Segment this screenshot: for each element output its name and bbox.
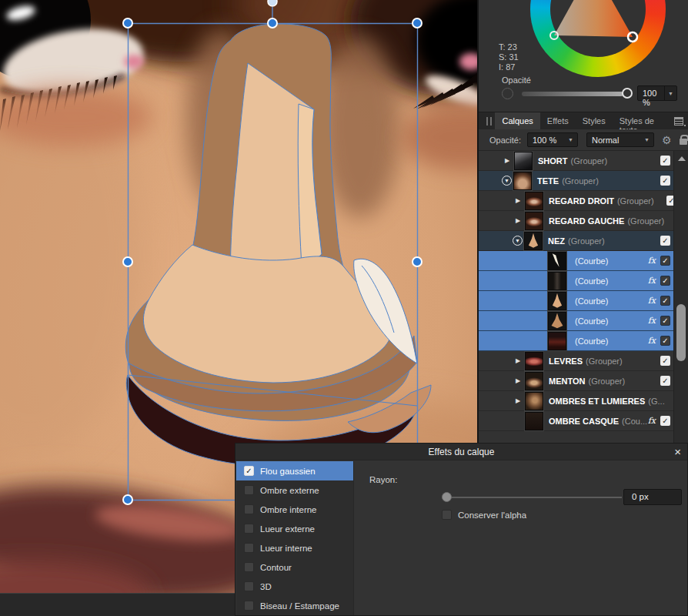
layer-visibility-checkbox[interactable]: ✓: [660, 256, 670, 266]
layer-visibility-checkbox[interactable]: ✓: [660, 296, 670, 306]
expand-arrow-icon[interactable]: ▶: [513, 397, 523, 404]
layer-visibility-checkbox[interactable]: ✓: [660, 236, 670, 246]
panel-menu-icon[interactable]: [674, 117, 683, 126]
layer-row[interactable]: ▶ REGARD DROIT (Grouper) fx ✓: [479, 191, 675, 211]
tab-calques[interactable]: Calques: [495, 112, 539, 129]
effect-checkbox[interactable]: [244, 581, 254, 591]
layer-visibility-checkbox[interactable]: ✓: [660, 276, 670, 286]
fx-badge[interactable]: fx: [648, 336, 656, 346]
effect-row[interactable]: Lueur externe: [236, 519, 353, 538]
layer-type-label: (Grouper): [562, 176, 599, 186]
layer-visibility-checkbox[interactable]: ✓: [660, 316, 670, 326]
close-icon[interactable]: ×: [674, 445, 681, 458]
expand-arrow-icon[interactable]: ▶: [513, 357, 523, 364]
color-opacity-value[interactable]: 100 % ▼: [637, 85, 677, 101]
effect-checkbox[interactable]: [244, 504, 254, 514]
fx-badge[interactable]: fx: [648, 296, 656, 306]
effect-row[interactable]: ✓ Flou gaussien: [236, 461, 353, 480]
layer-visibility-checkbox[interactable]: ✓: [660, 156, 670, 166]
expand-arrow-icon[interactable]: ▼: [502, 176, 512, 186]
layer-visibility-checkbox[interactable]: ✓: [660, 336, 670, 346]
layer-row[interactable]: ▶ OMBRES ET LUMIERES (G... fx ✓: [479, 391, 675, 411]
radius-slider-handle[interactable]: [442, 492, 452, 502]
blend-mode-dropdown[interactable]: Normal ▼: [586, 132, 654, 147]
radius-value-field[interactable]: 0 px: [623, 489, 682, 505]
layer-row[interactable]: ▶ REGARD GAUCHE (Grouper) fx ✓: [479, 211, 675, 231]
effect-row[interactable]: Biseau / Estampage: [236, 596, 353, 615]
handle-bottom-left[interactable]: [123, 495, 132, 504]
effect-row[interactable]: Contour: [236, 557, 353, 577]
effect-checkbox[interactable]: [244, 601, 254, 611]
layer-opacity-dropdown[interactable]: 100 % ▼: [527, 132, 578, 147]
effect-checkbox[interactable]: [244, 562, 254, 572]
expand-arrow-icon[interactable]: ▶: [513, 217, 523, 224]
preserve-alpha-checkbox[interactable]: [442, 510, 452, 520]
panel-grip-icon[interactable]: [486, 117, 492, 126]
layer-row[interactable]: ▼ TETE (Grouper) fx ✓: [479, 171, 675, 191]
layer-thumbnail[interactable]: [525, 412, 543, 430]
layer-thumbnail[interactable]: [525, 372, 543, 390]
layer-thumbnail[interactable]: [525, 392, 543, 410]
handle-mid-left[interactable]: [123, 257, 132, 266]
color-swatch[interactable]: [502, 88, 513, 99]
layer-thumbnail[interactable]: [548, 252, 566, 270]
layer-thumbnail[interactable]: [524, 232, 543, 250]
layer-row[interactable]: OMBRE CASQUE (Cou... fx ✓: [479, 411, 675, 431]
tab-styles-de-texte[interactable]: Styles de texte: [613, 112, 675, 129]
chevron-down-icon[interactable]: ▼: [664, 86, 676, 100]
layer-thumbnail[interactable]: [525, 192, 543, 210]
layer-visibility-checkbox[interactable]: ✓: [660, 416, 670, 426]
layer-visibility-checkbox[interactable]: ✓: [660, 376, 670, 386]
effect-row[interactable]: 3D: [236, 577, 353, 596]
layer-thumbnail[interactable]: [548, 292, 566, 310]
fx-badge[interactable]: fx: [648, 276, 656, 286]
fx-badge[interactable]: fx: [648, 416, 656, 426]
layer-thumbnail[interactable]: [525, 352, 543, 370]
effect-checkbox[interactable]: [244, 485, 254, 495]
handle-mid-right[interactable]: [412, 257, 422, 266]
layer-row[interactable]: ▶ MENTON (Grouper) fx ✓: [479, 371, 675, 391]
layer-thumbnail[interactable]: [548, 312, 566, 330]
layer-visibility-checkbox[interactable]: ✓: [660, 356, 670, 366]
effect-row[interactable]: Lueur interne: [236, 538, 353, 557]
layer-thumbnail[interactable]: [548, 272, 566, 290]
tab-effets[interactable]: Effets: [540, 112, 576, 129]
rotation-handle[interactable]: [268, 0, 277, 6]
scrollbar-thumb[interactable]: [676, 304, 686, 361]
handle-top-center[interactable]: [268, 18, 277, 28]
effect-row[interactable]: Ombre interne: [236, 500, 353, 519]
handle-top-left[interactable]: [123, 18, 132, 28]
color-opacity-slider-handle[interactable]: [622, 88, 633, 99]
tab-styles[interactable]: Styles: [576, 112, 613, 129]
effect-label: Biseau / Estampage: [260, 601, 339, 611]
layer-row[interactable]: (Courbe) fx ✓: [479, 251, 675, 271]
layer-row[interactable]: ▶ LEVRES (Grouper) fx ✓: [479, 351, 675, 371]
effect-checkbox[interactable]: [244, 524, 254, 534]
effect-checkbox[interactable]: [244, 543, 254, 553]
layer-visibility-checkbox[interactable]: ✓: [660, 176, 670, 186]
layer-row[interactable]: (Courbe) fx ✓: [479, 291, 675, 311]
expand-arrow-icon[interactable]: ▶: [513, 377, 523, 384]
handle-top-right[interactable]: [412, 18, 422, 28]
layer-thumbnail[interactable]: [548, 332, 566, 350]
expand-arrow-icon[interactable]: ▶: [502, 157, 513, 164]
expand-arrow-icon[interactable]: ▶: [513, 197, 523, 204]
gear-icon[interactable]: ⚙: [662, 135, 672, 146]
layer-row[interactable]: (Courbe) fx ✓: [479, 331, 675, 351]
scroll-up-icon[interactable]: [678, 156, 686, 161]
color-opacity-slider[interactable]: [522, 92, 623, 96]
layer-row[interactable]: (Courbe) fx ✓: [479, 271, 675, 291]
radius-slider[interactable]: [451, 497, 622, 498]
layer-row[interactable]: (Courbe) fx ✓: [479, 311, 675, 331]
layer-row[interactable]: ▼ NEZ (Grouper) fx ✓: [479, 231, 675, 251]
layer-thumbnail[interactable]: [514, 152, 533, 170]
expand-arrow-icon[interactable]: ▼: [513, 236, 523, 246]
effect-row[interactable]: Ombre externe: [236, 480, 353, 500]
fx-badge[interactable]: fx: [648, 316, 656, 326]
layer-thumbnail[interactable]: [513, 172, 532, 190]
layer-row[interactable]: ▶ SHORT (Grouper) fx ✓: [479, 151, 675, 171]
effect-checkbox[interactable]: ✓: [244, 466, 254, 476]
fx-badge[interactable]: fx: [648, 256, 656, 266]
layer-thumbnail[interactable]: [525, 212, 543, 230]
lock-icon[interactable]: [680, 139, 687, 145]
